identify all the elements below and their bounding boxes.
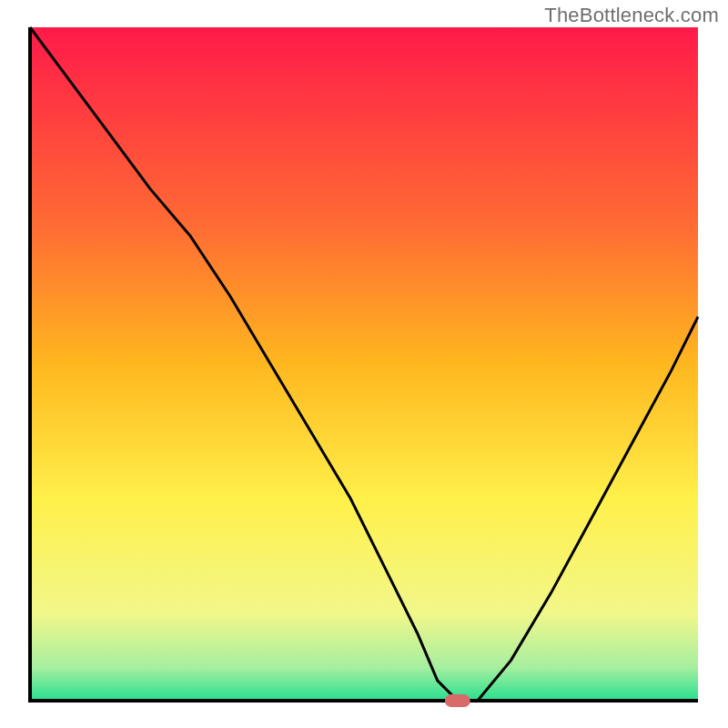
min-marker: [445, 694, 470, 707]
plot-background: [30, 27, 698, 701]
chart-svg: [0, 0, 728, 728]
watermark-text: TheBottleneck.com: [544, 4, 719, 27]
chart-container: TheBottleneck.com: [0, 0, 728, 728]
